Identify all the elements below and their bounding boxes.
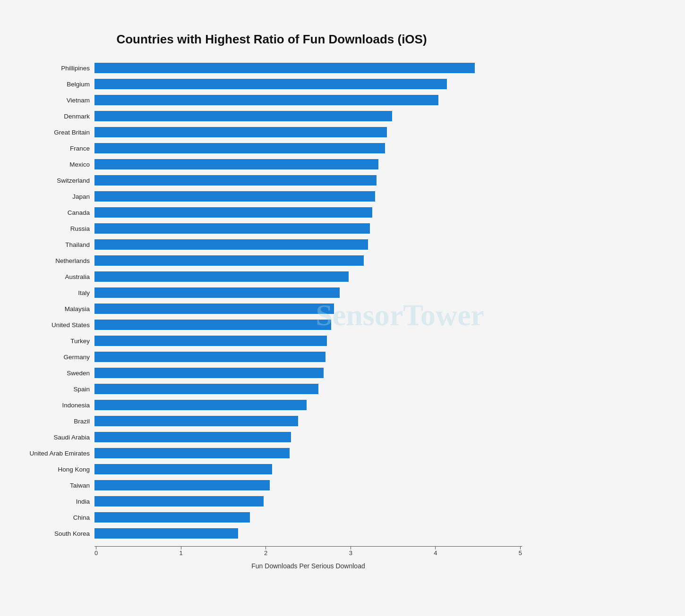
bar (94, 304, 334, 314)
bar (94, 512, 250, 523)
bar-row: Vietnam (21, 93, 522, 107)
x-tick: 5 (519, 547, 522, 557)
x-tick-label: 0 (94, 549, 98, 557)
bar-row: Spain (21, 382, 522, 396)
bar-wrapper (94, 400, 522, 410)
bar (94, 287, 340, 298)
country-label: Vietnam (21, 97, 94, 104)
bar (94, 320, 331, 330)
bar (94, 79, 447, 89)
country-label: Spain (21, 386, 94, 393)
bar-wrapper (94, 175, 522, 186)
country-label: Italy (21, 289, 94, 296)
x-tick-label: 2 (264, 549, 267, 557)
bar-row: Switzerland (21, 173, 522, 187)
bar-row: Denmark (21, 109, 522, 123)
country-label: Turkey (21, 338, 94, 345)
bar-row: Sweden (21, 366, 522, 380)
bar-wrapper (94, 320, 522, 330)
country-label: Russia (21, 225, 94, 232)
bar-wrapper (94, 191, 522, 202)
country-label: Saudi Arabia (21, 434, 94, 441)
bar-row: Turkey (21, 334, 522, 348)
bar-row: Netherlands (21, 253, 522, 268)
bar-wrapper (94, 352, 522, 362)
bar-wrapper (94, 79, 522, 89)
country-label: Switzerland (21, 177, 94, 184)
bar-wrapper (94, 159, 522, 169)
bar-row: Great Britain (21, 125, 522, 139)
bar (94, 271, 349, 282)
country-label: South Korea (21, 530, 94, 537)
bar (94, 496, 264, 506)
bar (94, 143, 385, 153)
bar (94, 464, 272, 474)
bar-wrapper (94, 496, 522, 506)
country-label: Hong Kong (21, 466, 94, 473)
bar-row: Belgium (21, 77, 522, 91)
country-label: Great Britain (21, 129, 94, 136)
bar (94, 432, 291, 442)
bar-wrapper (94, 95, 522, 105)
x-tick-label: 5 (519, 549, 522, 557)
bar (94, 416, 298, 426)
bar (94, 223, 370, 234)
country-label: Denmark (21, 113, 94, 120)
bar-wrapper (94, 368, 522, 378)
bar-row: Japan (21, 189, 522, 203)
bar-wrapper (94, 336, 522, 346)
bar-row: Phillipines (21, 61, 522, 75)
bar (94, 63, 475, 73)
bar (94, 175, 377, 186)
bar-row: Mexico (21, 157, 522, 171)
bar (94, 528, 238, 539)
bar-row: Thailand (21, 237, 522, 252)
bar-row: France (21, 141, 522, 155)
country-label: Brazil (21, 418, 94, 425)
x-tick: 0 (94, 547, 98, 557)
bar (94, 95, 438, 105)
bar-row: Australia (21, 270, 522, 284)
bar (94, 448, 290, 458)
country-label: United States (21, 321, 94, 329)
bar-wrapper (94, 271, 522, 282)
x-axis-label: Fun Downloads Per Serious Download (94, 562, 522, 570)
country-label: Germany (21, 354, 94, 361)
bar-row: Malaysia (21, 302, 522, 316)
bar-wrapper (94, 239, 522, 250)
bar-wrapper (94, 416, 522, 426)
bar-wrapper (94, 255, 522, 266)
bar-row: Hong Kong (21, 462, 522, 476)
bar-row: Indonesia (21, 398, 522, 412)
country-label: China (21, 514, 94, 521)
country-label: Belgium (21, 81, 94, 88)
country-label: Phillipines (21, 65, 94, 72)
bar-wrapper (94, 384, 522, 394)
bar-row: South Korea (21, 526, 522, 540)
bar (94, 191, 375, 202)
chart-container: Countries with Highest Ratio of Fun Down… (12, 18, 531, 598)
bar-wrapper (94, 528, 522, 539)
bar-wrapper (94, 448, 522, 458)
bar-row: Canada (21, 205, 522, 219)
country-label: India (21, 498, 94, 505)
bar (94, 207, 372, 218)
x-tick: 3 (349, 547, 352, 557)
bar-row: United States (21, 318, 522, 332)
bar-row: Brazil (21, 414, 522, 428)
bar-wrapper (94, 223, 522, 234)
bar (94, 352, 325, 362)
x-tick-label: 3 (349, 549, 352, 557)
country-label: United Arab Emirates (21, 450, 94, 457)
bar (94, 368, 324, 378)
bar-wrapper (94, 432, 522, 442)
chart-title: Countries with Highest Ratio of Fun Down… (21, 32, 522, 47)
country-label: Indonesia (21, 402, 94, 409)
x-tick: 4 (434, 547, 437, 557)
country-label: France (21, 145, 94, 152)
bar-wrapper (94, 304, 522, 314)
country-label: Australia (21, 273, 94, 280)
bar-row: Russia (21, 221, 522, 236)
bar (94, 384, 318, 394)
country-label: Japan (21, 193, 94, 200)
